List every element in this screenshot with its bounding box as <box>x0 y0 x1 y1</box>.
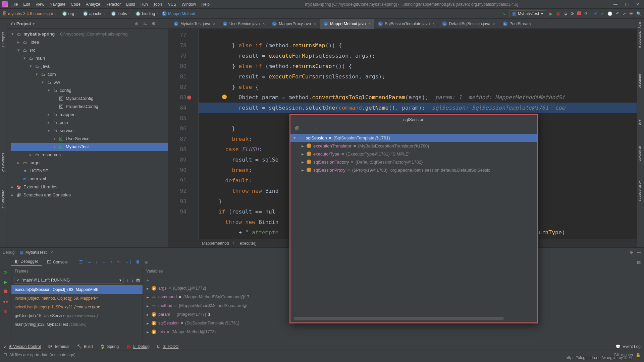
debug-config-tab[interactable]: ▦MybatisTest× <box>20 250 53 255</box>
toolwindow-structure-tab[interactable]: 7: Structure <box>1 190 5 209</box>
vcs-commit-icon[interactable]: ✓ <box>601 11 604 16</box>
frame-row[interactable]: getUser(int):15, UserService(com.ww.serv… <box>11 311 143 320</box>
next-frame-icon[interactable]: ↓ <box>131 278 134 283</box>
menu-tools[interactable]: Tools <box>153 2 163 7</box>
menu-build[interactable]: Build <box>126 2 135 7</box>
stop-icon[interactable] <box>4 289 7 294</box>
toolwindow-database-tab[interactable]: Database <box>638 72 642 88</box>
run-to-cursor-icon[interactable]: →⎮ <box>125 260 131 264</box>
tree-selected-item[interactable]: ▸🄲MybatisTest <box>11 143 168 151</box>
breadcrumb-org[interactable]: ⬤org <box>62 11 74 16</box>
bottom-tab-eventlog[interactable]: 💬 Event Log <box>615 344 641 349</box>
frame-row[interactable]: invoke(Object, Method, Object[]):59, Map… <box>11 294 143 303</box>
lock-icon[interactable]: 🔒 <box>636 353 641 357</box>
tab-mapperproxy[interactable]: CMapperProxy.java× <box>269 19 319 29</box>
bottom-tab-build[interactable]: 🔨 Build <box>77 344 93 349</box>
drop-frame-icon[interactable]: ⟲ <box>117 260 120 264</box>
breadcrumb-apache[interactable]: ⬤apache <box>83 11 102 16</box>
tab-printstream[interactable]: CPrintStream <box>499 19 534 29</box>
menu-window[interactable]: Window <box>181 2 196 7</box>
breadcrumb-class[interactable]: CMapperMethod <box>162 11 195 16</box>
main-menu[interactable]: File Edit View Navigate Code Analyze Ref… <box>11 2 210 7</box>
debug-icon[interactable]: 🐞 <box>556 11 561 16</box>
bottom-tab-todo[interactable]: ☑ 6: TODO <box>157 344 179 349</box>
force-step-into-icon[interactable]: ⇣ <box>102 260 106 264</box>
thread-selector[interactable]: ✔ "main"@1 i...n": RUNNING ▾ <box>14 277 124 284</box>
expand-all-icon[interactable]: ⇆ <box>143 21 147 26</box>
nav-forward-icon[interactable]: → <box>313 126 317 131</box>
menu-edit[interactable]: Edit <box>23 2 30 7</box>
tab-userservice[interactable]: CUserService.java× <box>219 19 268 29</box>
tab-close-icon[interactable]: × <box>262 21 265 26</box>
coverage-icon[interactable]: ⬙ <box>564 11 567 16</box>
vcs-push-icon[interactable]: ↗ <box>623 11 626 16</box>
frame-row[interactable]: execute(SqlSession, Object[]):83, Mapper… <box>11 285 143 294</box>
gutter[interactable]: 777879808182 83 8485868788899091929394 <box>168 29 193 239</box>
menu-navigate[interactable]: Navigate <box>50 2 65 7</box>
tab-close-icon[interactable]: × <box>314 21 316 26</box>
menu-analyze[interactable]: Analyze <box>86 2 100 7</box>
nav-back-icon[interactable]: ← <box>304 126 308 131</box>
tab-close-icon[interactable]: × <box>213 21 215 26</box>
popup-var-row[interactable]: ▸fexceptionTranslator={MyBatisExceptionT… <box>290 142 537 150</box>
toolwindow-project-tab[interactable]: 1: Project <box>1 32 5 48</box>
tab-close-icon[interactable]: × <box>368 21 371 26</box>
show-exec-point-icon[interactable]: ☰ <box>79 260 83 264</box>
vcs-revert-icon[interactable]: ↶ <box>616 11 619 16</box>
breadcrumb-binding[interactable]: ⬤binding <box>136 11 155 16</box>
bottom-tab-vcs[interactable]: ↙ 9: Version Control <box>3 344 41 349</box>
toolwindow-restservices-tab[interactable]: RestServices <box>638 180 642 201</box>
popup-scrollbar[interactable] <box>294 317 504 320</box>
rerun-icon[interactable]: ⟳ <box>4 270 7 275</box>
breadcrumb-jar[interactable]: 🗄 mybatis-3.4.6-sources.jar <box>3 11 53 16</box>
profile-icon[interactable]: ⟳ <box>571 11 574 16</box>
menu-vcs[interactable]: VCS <box>168 2 176 7</box>
project-title[interactable]: Project <box>16 21 31 26</box>
menu-code[interactable]: Code <box>71 2 80 7</box>
tab-close-icon[interactable]: × <box>51 250 53 255</box>
run-config-dropdown[interactable]: ▦ MybatisTest ▾ <box>509 10 546 17</box>
popup-tree[interactable]: ▾ ○○ sqlSession = {SqlSessionTemplate@17… <box>290 133 537 175</box>
toolwindow-ant-tab[interactable]: Ant <box>638 119 642 125</box>
tab-defaultsqlsession[interactable]: CDefaultSqlSession.java× <box>439 19 498 29</box>
popup-var-row[interactable]: ▸fsqlSessionProxy={$Proxy19@1783} "org.a… <box>290 166 537 174</box>
minimize-icon[interactable]: — <box>613 2 618 7</box>
vcs-update-icon[interactable]: ✔ <box>594 11 597 16</box>
locate-icon[interactable]: ⊕ <box>135 21 139 26</box>
hide-icon[interactable]: — <box>160 21 165 26</box>
toolwindow-maven-tab[interactable]: m Maven <box>638 146 642 161</box>
frame-list[interactable]: execute(SqlSession, Object[]):83, Mapper… <box>11 285 143 342</box>
tab-close-icon[interactable]: × <box>432 21 435 26</box>
menu-refactor[interactable]: Refactor <box>106 2 121 7</box>
bottom-tab-spring[interactable]: 🍃 Spring <box>100 344 119 349</box>
tab-close-icon[interactable]: × <box>493 21 495 26</box>
menu-run[interactable]: Run <box>141 2 148 7</box>
close-icon[interactable]: ✕ <box>636 2 639 7</box>
intention-bulb-icon[interactable] <box>222 95 227 99</box>
ide-settings-icon[interactable]: ☰ <box>629 11 633 16</box>
var-row[interactable]: ▸pthis={MapperMethod@1773} <box>143 327 644 336</box>
tab-sqlsessiontemplate[interactable]: CSqlSessionTemplate.java× <box>375 19 438 29</box>
maximize-icon[interactable]: ▢ <box>625 2 629 7</box>
view-breakpoints-icon[interactable]: ●● <box>3 299 8 304</box>
frame-row[interactable]: main(String[]):13, MybatisTest(com.ww) <box>11 320 143 329</box>
settings-gear-icon[interactable]: ⚙ <box>630 250 633 255</box>
stop-icon[interactable] <box>577 11 581 16</box>
menu-file[interactable]: File <box>11 2 18 7</box>
hide-icon[interactable]: — <box>637 250 641 255</box>
popup-var-row[interactable]: ▸fexecutorType={ExecutorType@1781} "SIMP… <box>290 150 537 158</box>
prev-frame-icon[interactable]: ↑ <box>126 278 129 283</box>
run-icon[interactable]: ▶ <box>549 11 552 16</box>
copy-icon[interactable]: 🗐 <box>294 126 299 131</box>
layout-icon[interactable]: ▤ <box>637 260 641 264</box>
breadcrumb-ibatis[interactable]: ⬤ibatis <box>111 11 127 16</box>
vcs-history-icon[interactable]: 🕓 <box>607 11 612 16</box>
toolwindows-toggle-icon[interactable]: ☐ <box>3 353 7 357</box>
bottom-tab-terminal[interactable]: 🖳 Terminal <box>48 344 69 349</box>
tab-mybatistest[interactable]: CMybatisTest.java× <box>170 19 219 29</box>
frame-row[interactable]: selectUser(Integer):-1, $Proxy21(com.sun… <box>11 303 143 311</box>
toolwindow-favorites-tab[interactable]: 2: Favorites <box>1 153 5 172</box>
project-tree[interactable]: ▾🗀mybatis-spring C:\mycode\gitClone\myba… <box>7 29 168 202</box>
menu-view[interactable]: View <box>36 2 44 7</box>
menu-help[interactable]: Help <box>201 2 210 7</box>
